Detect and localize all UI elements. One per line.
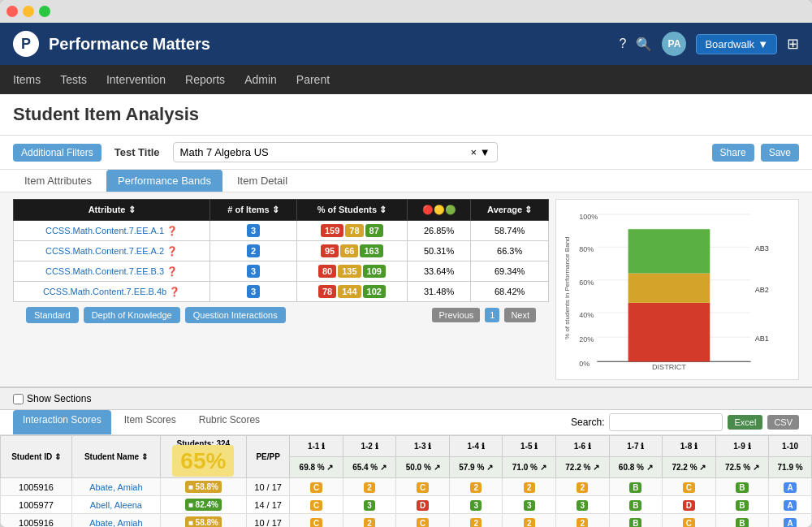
standard-button[interactable]: Standard — [26, 307, 79, 323]
cell-grade: 2 — [503, 514, 556, 527]
color-bar-3: 80 135 109 — [302, 265, 402, 278]
save-button[interactable]: Save — [761, 144, 799, 162]
lower-tabs: Interaction Scores Item Scores Rubric Sc… — [0, 410, 812, 435]
chart-svg: 100% 80% 60% 40% 20% 0% % of students in… — [563, 206, 792, 369]
tab-item-attributes[interactable]: Item Attributes — [13, 170, 103, 192]
student-link[interactable]: Abell, Aleena — [90, 500, 142, 510]
color-bar-1: 159 78 87 — [302, 224, 402, 237]
main-content: Student Item Analysis Additional Filters… — [0, 94, 812, 527]
avg-pct: 65% — [172, 445, 234, 477]
attr-link-2[interactable]: CCSS.Math.Content.7.EE.A.2 — [45, 246, 164, 256]
show-sections-checkbox[interactable]: Show Sections — [13, 393, 91, 404]
next-button[interactable]: Next — [504, 308, 536, 322]
cell-grade: B — [609, 514, 663, 527]
th-pct-5: 71.0 % ↗ — [503, 457, 556, 478]
cell-grade: 2 — [449, 514, 503, 527]
avatar[interactable]: PA — [662, 32, 686, 56]
attr-link-3[interactable]: CCSS.Math.Content.7.EE.B.3 — [45, 266, 164, 276]
prev-button[interactable]: Previous — [432, 308, 480, 322]
attribute-table: Attribute ⇕ # of Items ⇕ % of Students ⇕… — [13, 199, 549, 380]
th-1-8: 1-8 ℹ — [663, 436, 716, 457]
th-1-6: 1-6 ℹ — [556, 436, 610, 457]
performance-chart: 100% 80% 60% 40% 20% 0% % of students in… — [555, 199, 799, 380]
cell-score: ■ 82.4% — [160, 496, 246, 514]
th-pct-8: 72.2 % ↗ — [663, 457, 716, 478]
show-sections-bar: Show Sections — [0, 387, 812, 410]
nav-item-reports[interactable]: Reports — [185, 67, 225, 93]
cell-grade: A — [769, 478, 812, 496]
page-title: Student Item Analysis — [13, 104, 799, 125]
pagination: Previous 1 Next — [432, 307, 536, 323]
student-link[interactable]: Abate, Amiah — [89, 518, 142, 527]
question-interactions-button[interactable]: Question Interactions — [185, 307, 286, 323]
th-pct-3: 50.0 % ↗ — [396, 457, 450, 478]
y-label-40: 40% — [579, 311, 594, 319]
cell-pe: 10 / 17 — [246, 514, 289, 527]
search-input[interactable] — [609, 413, 723, 431]
th-pct-6: 72.2 % ↗ — [556, 457, 610, 478]
col-items: # of Items ⇕ — [210, 200, 297, 221]
th-1-4: 1-4 ℹ — [449, 436, 503, 457]
score-table-wrapper: Student ID ⇕ Student Name ⇕ Students: 32… — [0, 435, 812, 527]
depth-of-knowledge-button[interactable]: Depth of Knowledge — [84, 307, 180, 323]
th-student-name: Student Name ⇕ — [72, 436, 161, 478]
test-title-select[interactable]: Math 7 Algebra US × ▼ — [173, 142, 498, 162]
tab-item-detail[interactable]: Item Detail — [226, 170, 299, 192]
th-1-7: 1-7 ℹ — [609, 436, 663, 457]
show-sections-input[interactable] — [13, 394, 24, 404]
csv-button[interactable]: CSV — [767, 415, 799, 430]
y-label-0: 0% — [579, 360, 590, 368]
score-table: Student ID ⇕ Student Name ⇕ Students: 32… — [0, 435, 812, 527]
nav-item-admin[interactable]: Admin — [244, 67, 277, 93]
tab-performance-bands[interactable]: Performance Bands — [106, 170, 222, 192]
cell-grade: D — [663, 496, 716, 514]
student-row: 1005916 Abate, Amiah ■ 58.8% 10 / 17 C 2… — [1, 478, 812, 496]
nav-item-parent[interactable]: Parent — [296, 67, 330, 93]
title-bar — [0, 0, 812, 23]
ab2-label: AB2 — [755, 286, 769, 294]
close-button[interactable] — [6, 6, 18, 17]
y-label-80: 80% — [579, 245, 594, 253]
search-icon[interactable]: 🔍 — [636, 37, 652, 52]
th-pct-10: 71.9 % — [769, 457, 812, 478]
x-label: DISTRICT — [652, 363, 686, 369]
table-row: CCSS.Math.Content.7.EE.B.4b ❓ 3 78 144 1… — [14, 282, 549, 302]
cell-name: Abate, Amiah — [72, 478, 161, 496]
header-left: P Performance Matters — [13, 31, 210, 57]
th-pct-4: 57.9 % ↗ — [449, 457, 503, 478]
tab-interaction-scores[interactable]: Interaction Scores — [13, 410, 111, 434]
y-axis-title: % of students in Performance Band — [564, 236, 571, 339]
th-test-score: Students: 324 65% — [160, 436, 246, 478]
attr-link-1[interactable]: CCSS.Math.Content.7.EE.A.1 — [45, 226, 164, 235]
cell-grade: 3 — [556, 496, 610, 514]
tab-item-scores[interactable]: Item Scores — [114, 410, 186, 434]
excel-button[interactable]: Excel — [728, 415, 762, 430]
tab-rubric-scores[interactable]: Rubric Scores — [189, 410, 270, 434]
nav-item-tests[interactable]: Tests — [60, 67, 87, 93]
share-button[interactable]: Share — [712, 144, 754, 162]
cell-grade: A — [769, 496, 812, 514]
col-average: Average ⇕ — [471, 200, 549, 221]
app-title: Performance Matters — [49, 35, 210, 54]
grid-icon[interactable]: ⊞ — [787, 35, 799, 53]
page-title-bar: Student Item Analysis — [0, 94, 812, 136]
attr-link-4[interactable]: CCSS.Math.Content.7.EE.B.4b — [43, 287, 166, 296]
nav-item-items[interactable]: Items — [13, 67, 41, 93]
th-pct-9: 72.5 % ↗ — [715, 457, 769, 478]
ab1-label: AB1 — [755, 335, 769, 343]
lower-section: Show Sections Interaction Scores Item Sc… — [0, 387, 812, 527]
nav-item-intervention[interactable]: Intervention — [106, 67, 166, 93]
student-link[interactable]: Abate, Amiah — [89, 482, 142, 492]
boardwalk-button[interactable]: Boardwalk ▼ — [696, 34, 777, 54]
cell-id: 1005916 — [1, 514, 72, 527]
additional-filters-button[interactable]: Additional Filters — [13, 144, 102, 162]
cell-grade: D — [396, 496, 450, 514]
maximize-button[interactable] — [39, 6, 50, 17]
cell-grade: 3 — [449, 496, 503, 514]
help-icon[interactable]: ? — [620, 37, 627, 51]
bar-red — [628, 303, 710, 362]
th-pct-7: 60.8 % ↗ — [609, 457, 663, 478]
minimize-button[interactable] — [23, 6, 34, 17]
col-pct-students: % of Students ⇕ — [296, 200, 407, 221]
cell-grade: C — [663, 514, 716, 527]
